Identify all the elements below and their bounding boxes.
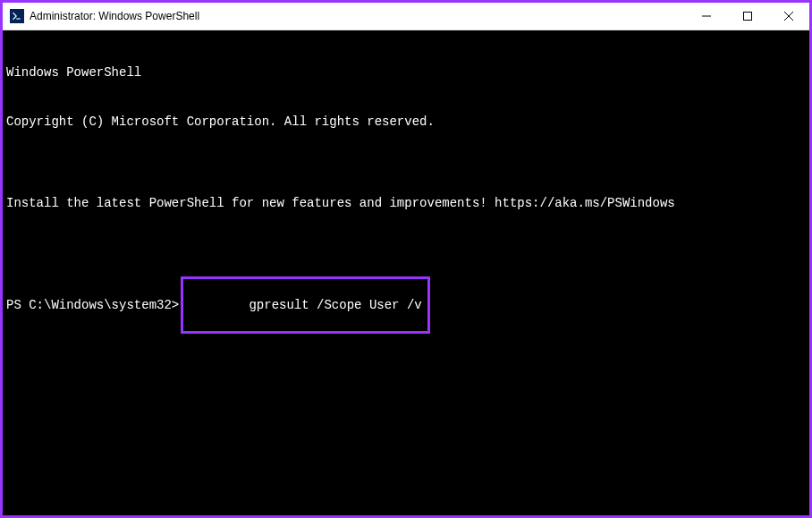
terminal-output-line: Windows PowerShell [6,64,806,81]
terminal-output-line: Copyright (C) Microsoft Corporation. All… [6,114,806,130]
titlebar[interactable]: Administrator: Windows PowerShell [3,3,809,30]
terminal-output-line: Install the latest PowerShell for new fe… [6,195,806,211]
prompt-line: PS C:\Windows\system32> gpresult /Scope … [6,276,806,335]
powershell-window: Administrator: Windows PowerShell Window [3,3,809,515]
svg-rect-1 [744,13,752,21]
command-text: gpresult /Scope User /v [249,298,421,312]
minimize-button[interactable] [686,3,727,30]
terminal-area[interactable]: Windows PowerShell Copyright (C) Microso… [3,30,809,515]
powershell-icon [10,9,24,23]
maximize-button[interactable] [727,3,768,30]
close-button[interactable] [768,3,809,30]
command-highlight: gpresult /Scope User /v [181,276,429,335]
window-controls [686,3,809,30]
window-title: Administrator: Windows PowerShell [30,10,686,22]
prompt-path: PS C:\Windows\system32> [6,297,179,313]
